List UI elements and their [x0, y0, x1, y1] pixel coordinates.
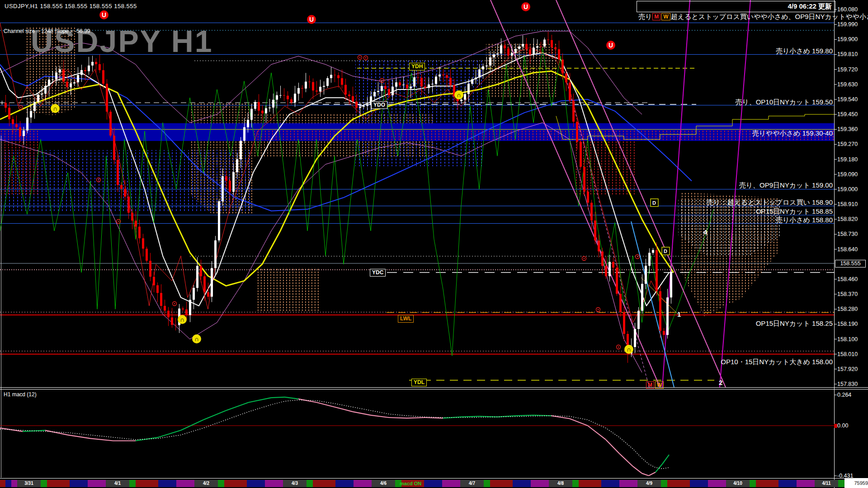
timeline-segment: [513, 480, 531, 487]
w-bottom-pattern-badge: W: [655, 381, 664, 389]
price-tick-label: 159.090: [837, 171, 858, 178]
macd-pane-title: H1 macd (12): [4, 391, 37, 398]
price-tick-label: 158.820: [837, 216, 858, 222]
price-tick-label: 159.720: [837, 66, 858, 73]
price-tick-label: 159.900: [837, 36, 858, 42]
sell-level-annotation: 売り小さめ 159.80: [776, 47, 833, 56]
price-tick-label: 159.990: [837, 21, 858, 28]
wave-count-label: 4: [703, 228, 708, 236]
annotation-top-sell-note: 売りMW超えるとストップロス買いやや小さめ、OP9日NYカットやや小さ: [638, 13, 868, 21]
price-tick-label: 158.280: [837, 306, 858, 312]
sell-arrow-icon: U: [606, 41, 615, 50]
timeline-segment: [442, 480, 460, 487]
main-chart-canvas[interactable]: UUUU∩∩∩∩∩DD412: [0, 0, 868, 488]
lwl-line-label[interactable]: LWL: [398, 315, 414, 323]
buy-arrow-icon: ∩: [192, 334, 201, 343]
svg-text:U: U: [102, 11, 106, 19]
sell-level-annotation: 売り小さめ 158.80: [776, 216, 833, 225]
sell-level-annotation: OP15日NYカット 158.25: [756, 319, 833, 328]
price-tick-label: 158.370: [837, 291, 858, 297]
sell-arrow-icon: U: [307, 15, 316, 24]
price-tick-label: 159.450: [837, 111, 858, 117]
w-pattern-badge: W: [661, 13, 670, 20]
timeline-segment: [484, 480, 490, 487]
timeline-segment: [41, 480, 47, 487]
annotation-text: 超えるとストップロス買いやや小さめ、OP9日NYカットやや小さ: [671, 13, 868, 20]
price-tick-label: 158.910: [837, 201, 858, 207]
magenta-vert-2: [720, 0, 750, 387]
current-price-badge: 158.555: [835, 260, 866, 267]
date-tick-label[interactable]: 4/2: [200, 480, 212, 487]
ydo-line-label[interactable]: YDO: [371, 101, 387, 109]
date-tick-label[interactable]: 4/9: [643, 480, 656, 487]
price-tick-label: 159.360: [837, 126, 858, 132]
timeline-segment: [5, 480, 11, 487]
date-tick-label[interactable]: 4/6: [377, 480, 390, 487]
price-tick-label: 158.100: [837, 336, 858, 343]
channel-info-text: Channel size = 1248 Slope = -56.39: [4, 28, 90, 34]
macd-zero-label: 0.00: [837, 422, 848, 429]
timeline-segment: [424, 480, 442, 487]
svg-text:D: D: [664, 249, 667, 254]
timeline-segment: [176, 480, 194, 487]
sell-level-annotation: 売り：超えるとストップロス買い 158.90: [707, 198, 833, 207]
timeline-segment: [667, 480, 690, 487]
timeline-segment: [579, 480, 601, 487]
price-tick-label: 159.810: [837, 51, 858, 57]
timeline-segment: [88, 480, 106, 487]
d-marker-box: D: [662, 247, 670, 255]
sell-arrow-icon: U: [521, 2, 530, 11]
sell-level-annotation: OP10・15日NYカット大きめ 158.00: [721, 358, 833, 366]
timeline-segment: [601, 480, 619, 487]
svg-text:∩: ∩: [194, 335, 199, 343]
timeline-strip[interactable]: [0, 480, 844, 487]
pane-separator[interactable]: [0, 387, 868, 388]
svg-text:∩: ∩: [627, 346, 631, 353]
buy-arrow-icon: ∩: [178, 315, 187, 324]
dot-signal-icon: [364, 56, 368, 60]
date-tick-label[interactable]: 4/1: [111, 480, 124, 487]
timeline-segment: [756, 480, 778, 487]
dot-signal-icon: [636, 255, 640, 259]
price-tick-label: 158.190: [837, 321, 858, 327]
timeline-segment: [335, 480, 354, 487]
timeline-segment: [313, 480, 335, 487]
price-tick-label: 158.640: [837, 246, 858, 253]
ydl-line-label[interactable]: YDL: [411, 379, 427, 386]
sell-level-annotation: 売り、OP10日NYカット 159.50: [735, 98, 833, 107]
date-tick-label[interactable]: 3/31: [23, 480, 35, 487]
price-tick-label: 158.010: [837, 351, 858, 357]
svg-text:∩: ∩: [53, 105, 57, 112]
ydh-line-label[interactable]: YDH: [409, 63, 425, 70]
dot-signal-icon: [596, 308, 600, 312]
timeline-segment: [265, 480, 283, 487]
macd-on-toggle-label[interactable]: macd ON: [400, 480, 421, 487]
d-marker-box: D: [651, 199, 658, 206]
date-tick-label[interactable]: 4/8: [554, 480, 567, 487]
price-tick-label: 158.460: [837, 276, 858, 282]
m-pattern-badge: M: [652, 13, 660, 20]
price-tick-label: 159.270: [837, 141, 858, 147]
sell-level-annotation: 売り、OP9日NYカット 159.00: [739, 181, 833, 190]
timeline-segment: [70, 480, 88, 487]
price-tick-label: 160.080: [837, 6, 858, 13]
svg-text:∩: ∩: [180, 316, 184, 323]
date-tick-label[interactable]: 4/7: [466, 480, 478, 487]
timeline-segment: [247, 480, 265, 487]
price-tick-label: 159.540: [837, 96, 858, 103]
macd-main-line: [0, 397, 669, 476]
ydc-line-label[interactable]: YDC: [370, 269, 386, 277]
dot-signal-icon: [582, 257, 586, 261]
violet-dashed: [562, 63, 649, 387]
bar-count-label: 75959: [844, 478, 868, 488]
timeline-segment: [354, 480, 372, 487]
dot-signal-icon: [173, 302, 177, 306]
timeline-segment: [47, 480, 70, 487]
timeline-segment: [838, 480, 844, 487]
timeline-segment: [224, 480, 247, 487]
timeline-segment: [11, 480, 17, 487]
date-tick-label[interactable]: 4/10: [731, 480, 744, 487]
wave-count-label: 1: [677, 310, 681, 318]
date-tick-label[interactable]: 4/3: [288, 480, 301, 487]
date-tick-label[interactable]: 4/11: [820, 480, 833, 487]
